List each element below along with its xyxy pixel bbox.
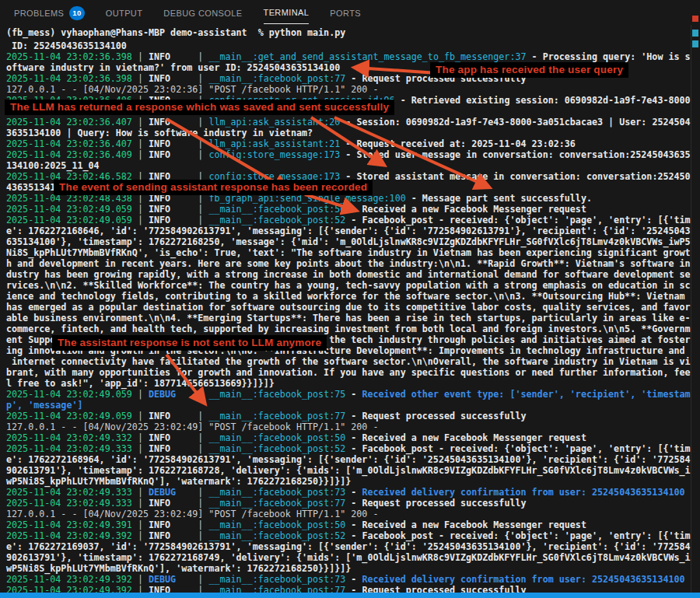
tab-problems-label: PROBLEMS [14, 9, 64, 18]
status-bar-sliver [0, 593, 700, 598]
tab-problems[interactable]: PROBLEMS 10 [14, 0, 85, 24]
log-line: 127.0.0.1 - - [04/Nov/2025 23:02:49] "PO… [6, 509, 700, 519]
log-line: 2025-11-04 23:02:49.392 | INFO | __main_… [6, 530, 700, 541]
annotation-label: The app has received the user query [430, 62, 628, 78]
log-line: 127.0.0.1 - - [04/Nov/2025 23:02:36] "PO… [6, 84, 700, 95]
log-line: 127.0.0.1 - - [04/Nov/2025 23:02:49] "PO… [6, 421, 700, 432]
log-line: 902613791'}, 'timestamp': 1762272168728,… [6, 465, 700, 476]
log-line: 635134100'}, 'timestamp': 1762272168250,… [6, 236, 700, 247]
log-line: 2025-11-04 23:02:49.392 | DEBUG | __main… [6, 574, 700, 585]
annotation-label: The LLM has returned a response which wa… [5, 100, 394, 115]
log-line: dustry has been growing rapidly, with a … [6, 269, 700, 280]
scrollbar-command-marker [692, 30, 698, 37]
problems-count-badge: 10 [69, 6, 84, 20]
annotation-label: The event of sending assistant response … [54, 180, 373, 195]
tab-terminal-label: TERMINAL [264, 8, 310, 17]
log-line: 2025-11-04 23:02:49.059 | DEBUG | __main… [6, 389, 700, 400]
log-line: 134100:2025_11_04 [6, 160, 700, 171]
log-line: 2025-11-04 23:02:49.333 | INFO | __main_… [6, 498, 700, 509]
log-line: wP5Ni8S_kpPhLUt7YMbmBVfRKnQ'], 'watermar… [6, 563, 700, 574]
shell-prompt: (fb_mess) vyhaophan@Phans-MBP demo-assis… [6, 26, 700, 39]
log-line: e': 1762272169037, 'id': '77258490261379… [6, 541, 700, 552]
annotation-label: The assistant response is not sent to LL… [52, 335, 327, 351]
log-line: wP5Ni8S_kpPhLUt7YMbmBVfRKnQ'], 'watermar… [6, 476, 700, 487]
tab-output[interactable]: OUTPUT [106, 0, 143, 24]
tab-ports-label: PORTS [330, 9, 361, 18]
log-line: 2025-11-04 23:02:49.391 | INFO | __main_… [6, 519, 700, 530]
log-line: brant, with many opportunities for growt… [6, 367, 700, 378]
log-line: Ni8S_kpPhLUt7YMbmBVfRKnQ', 'is_echo': Tr… [6, 247, 700, 258]
log-line: ID: 25245043635134100 [6, 40, 700, 51]
log-line: 2025-11-04 23:02:36.398 | INFO | __main_… [6, 51, 700, 62]
log-line: internet connectivity have facilitated t… [6, 356, 700, 367]
log-line: has emerged as a popular destination for… [6, 302, 700, 313]
tab-ports[interactable]: PORTS [330, 0, 361, 24]
log-line: able business environment.\n\n4. **Emerg… [6, 313, 700, 323]
log-line: 2025-11-04 23:02:49.059 | INFO | __main_… [6, 411, 700, 421]
log-output: ID: 252450436351341002025-11-04 23:02:36… [6, 40, 700, 596]
log-line: 2025-11-04 23:02:49.332 | INFO | __main_… [6, 432, 700, 443]
log-line: 3635134100 | Query: How is software indu… [6, 128, 700, 138]
tab-debug-console[interactable]: DEBUG CONSOLE [163, 0, 242, 24]
log-line: 2025-11-04 23:02:36.407 | INFO | llm_api… [6, 117, 700, 128]
log-line: commerce, fintech, and health tech, supp… [6, 323, 700, 334]
log-line: rvices.\n\n2. **Skilled Workforce**: The… [6, 280, 700, 291]
tab-debug-console-label: DEBUG CONSOLE [163, 9, 242, 18]
log-line: 902613791'}, 'timestamp': 1762272168749,… [6, 552, 700, 563]
log-line: e': 1762272168646, 'id': '77258490261379… [6, 226, 700, 236]
scrollbar-command-marker [692, 40, 698, 47]
tab-output-label: OUTPUT [106, 9, 143, 18]
panel-tabbar: PROBLEMS 10 OUTPUT DEBUG CONSOLE TERMINA… [0, 0, 700, 24]
log-line: 2025-11-04 23:02:49.059 | INFO | __main_… [6, 204, 700, 215]
scrollbar-track[interactable] [691, 25, 691, 593]
log-line: p', 'message'] [6, 400, 700, 411]
log-line: 2025-11-04 23:02:49.333 | DEBUG | __main… [6, 487, 700, 498]
log-line: 2025-11-04 23:02:49.333 | INFO | __main_… [6, 443, 700, 454]
log-line: e': 1762272168964, 'id': '77258490261379… [6, 454, 700, 465]
scrollbar-error-marker [692, 16, 698, 22]
log-line: ience and technology fields, contributin… [6, 291, 700, 302]
log-line: 2025-11-04 23:02:49.059 | INFO | __main_… [6, 215, 700, 226]
log-line: h and development in recent years. Here … [6, 258, 700, 269]
log-line: 2025-11-04 23:02:36.407 | INFO | llm_api… [6, 138, 700, 149]
tab-terminal[interactable]: TERMINAL [264, 0, 310, 24]
log-line: 2025-11-04 23:02:36.409 | INFO | config:… [6, 149, 700, 160]
log-line: l free to ask!", 'app_id': 1877146566513… [6, 378, 700, 389]
